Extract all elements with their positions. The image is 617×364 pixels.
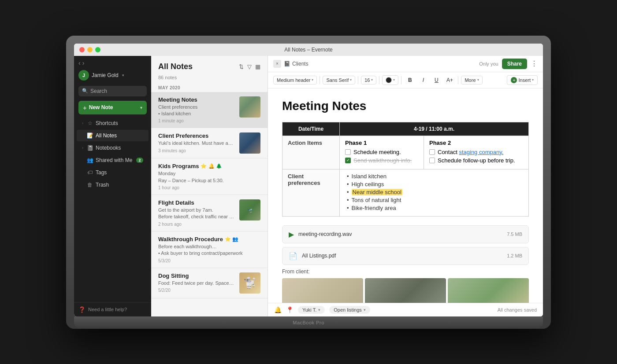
editor-content[interactable]: Meeting Notes Date/Time 4-19 / 11:00 a.m… bbox=[268, 88, 543, 303]
attachment-audio[interactable]: ▶ meeting-recording.wav 7.5 MB bbox=[282, 225, 529, 243]
notes-count: 86 notes bbox=[151, 75, 268, 83]
more-format-dropdown[interactable]: More ▾ bbox=[461, 76, 482, 85]
attachment-pdf[interactable]: 📄 All Listings.pdf 1.2 MB bbox=[282, 247, 529, 265]
italic-button[interactable]: I bbox=[417, 74, 429, 86]
note-time: 1 hour ago bbox=[158, 185, 260, 190]
filter-icon[interactable]: ▽ bbox=[247, 63, 252, 70]
font-dropdown[interactable]: Sans Serif ▾ bbox=[323, 76, 355, 85]
sidebar-item-notebooks[interactable]: › 📓 Notebooks bbox=[77, 142, 149, 154]
nav-back-button[interactable]: ‹ bbox=[78, 59, 81, 66]
insert-button[interactable]: + Insert ▾ bbox=[507, 75, 538, 85]
from-client-label: From client: bbox=[282, 268, 529, 275]
attachment-name: All Listings.pdf bbox=[302, 253, 502, 259]
notes-section-date: MAY 2020 bbox=[151, 83, 268, 92]
phase2-header: Phase 2 bbox=[429, 140, 523, 146]
sidebar-item-shared[interactable]: › 👥 Shared with Me 2 bbox=[77, 154, 149, 166]
user-profile[interactable]: J Jamie Gold ▾ bbox=[74, 68, 151, 84]
bell-icon[interactable]: 🔔 bbox=[274, 306, 282, 313]
font-size-dropdown[interactable]: 16 ▾ bbox=[361, 76, 376, 85]
new-note-button[interactable]: + New Note ▾ bbox=[78, 101, 147, 114]
note-time: 5/2/20 bbox=[158, 288, 235, 293]
checkbox[interactable] bbox=[429, 149, 435, 155]
share-button[interactable]: Share bbox=[502, 59, 527, 69]
search-bar[interactable]: 🔍 Search bbox=[78, 86, 147, 96]
note-title: Walkthrough Procedure ⭐ 👥 bbox=[158, 236, 260, 243]
more-options-icon[interactable]: ⋮ bbox=[531, 59, 538, 68]
minimize-button[interactable] bbox=[87, 47, 93, 52]
format-divider bbox=[379, 76, 379, 84]
header-style-dropdown[interactable]: Medium header ▾ bbox=[273, 76, 317, 85]
notes-list-title: All Notes bbox=[158, 62, 193, 71]
checkbox-item: Contact staging company. bbox=[429, 149, 523, 155]
note-title: Kids Programs ⭐ 🔔 🌲 bbox=[158, 163, 260, 169]
close-editor-button[interactable]: × bbox=[273, 60, 281, 68]
list-item[interactable]: Dog Sitting Food: Feed twice per day. Sp… bbox=[151, 268, 268, 298]
list-item[interactable]: Client Preferences Yuki's ideal kitchen.… bbox=[151, 128, 268, 158]
notebook-tag-chevron-icon: ▾ bbox=[364, 308, 366, 312]
sidebar-item-shortcuts[interactable]: › ☆ Shortcuts bbox=[77, 118, 149, 129]
user-tag-button[interactable]: Yuki T. ▾ bbox=[298, 306, 325, 314]
pdf-icon: 📄 bbox=[289, 252, 297, 260]
bullet-list: • Island kitchen • High ceilings bbox=[345, 173, 523, 211]
help-button[interactable]: ❓ Need a little help? bbox=[78, 306, 147, 313]
note-title: Flight Details bbox=[158, 199, 235, 206]
format-divider bbox=[458, 76, 458, 84]
insert-plus-icon: + bbox=[511, 77, 517, 83]
notebook-tag-button[interactable]: Open listings ▾ bbox=[329, 306, 370, 314]
breadcrumb-notebook[interactable]: 📓 Clients bbox=[284, 61, 308, 67]
note-preview: Yuki's ideal kitchen. Must have an islan… bbox=[158, 140, 235, 147]
font-chevron-icon: ▾ bbox=[350, 78, 352, 82]
note-emojis: ⭐ 🔔 🌲 bbox=[201, 163, 222, 169]
list-item[interactable]: Kids Programs ⭐ 🔔 🌲 MondayRay – Dance – … bbox=[151, 158, 268, 195]
sidebar-notebooks-label: Notebooks bbox=[96, 145, 143, 151]
phase1-header: Phase 1 bbox=[345, 140, 418, 146]
note-emojis: ⭐ 👥 bbox=[225, 236, 238, 242]
sidebar-item-tags[interactable]: › 🏷 Tags bbox=[77, 167, 149, 178]
sidebar-item-trash[interactable]: › 🗑 Trash bbox=[77, 179, 149, 191]
search-label: Search bbox=[90, 88, 107, 94]
note-time: 5/3/20 bbox=[158, 258, 260, 263]
checkbox-checked[interactable] bbox=[345, 158, 351, 163]
maximize-button[interactable] bbox=[95, 47, 100, 52]
color-picker-dropdown[interactable]: ▾ bbox=[382, 75, 398, 85]
table-header-time: 4-19 / 11:00 a.m. bbox=[340, 122, 529, 136]
tag-icon: 🏷 bbox=[87, 169, 93, 176]
insert-chevron-icon: ▾ bbox=[532, 78, 534, 82]
sort-icon[interactable]: ⇅ bbox=[239, 63, 244, 70]
note-content: Client Preferences Yuki's ideal kitchen.… bbox=[158, 132, 235, 153]
text-size-button[interactable]: A+ bbox=[444, 74, 455, 86]
bullet-text: High ceilings bbox=[352, 181, 384, 188]
app-body: ‹ › J Jamie Gold ▾ 🔍 Search + New bbox=[74, 56, 543, 316]
checkbox[interactable] bbox=[429, 158, 435, 163]
user-dropdown-chevron-icon: ▾ bbox=[122, 73, 124, 77]
image-grid bbox=[282, 278, 529, 303]
table-cell-preferences: • Island kitchen • High ceilings bbox=[340, 169, 529, 216]
location-icon[interactable]: 📍 bbox=[286, 306, 294, 313]
nav-forward-button[interactable]: › bbox=[82, 59, 85, 66]
room-image-1 bbox=[282, 278, 363, 303]
close-button[interactable] bbox=[79, 47, 85, 52]
list-item[interactable]: Walkthrough Procedure ⭐ 👥 Before each wa… bbox=[151, 232, 268, 268]
sidebar-item-all-notes[interactable]: › 📝 All Notes bbox=[77, 130, 149, 141]
note-title: Dog Sitting bbox=[158, 272, 235, 279]
new-note-plus-icon: + bbox=[83, 104, 87, 111]
notes-icon: 📝 bbox=[87, 132, 93, 139]
bold-button[interactable]: B bbox=[404, 74, 416, 86]
format-divider bbox=[401, 76, 401, 84]
view-toggle-icon[interactable]: ▦ bbox=[255, 63, 260, 70]
insert-label: Insert bbox=[518, 77, 531, 83]
attachment-size: 7.5 MB bbox=[507, 232, 522, 237]
editor-top-toolbar: × 📓 Clients Only you Share ⋮ bbox=[268, 56, 543, 72]
bullet-item: • Island kitchen bbox=[347, 173, 523, 180]
note-title-heading[interactable]: Meeting Notes bbox=[282, 99, 529, 113]
new-note-chevron-icon: ▾ bbox=[140, 105, 142, 110]
underline-button[interactable]: U bbox=[431, 74, 442, 86]
list-item[interactable]: Meeting Notes Client preferences• Island… bbox=[151, 92, 268, 129]
notebook-name: Clients bbox=[292, 61, 308, 67]
notes-list: All Notes ⇅ ▽ ▦ 86 notes MAY 2020 Meetin bbox=[151, 56, 268, 316]
bullet-text: Island kitchen bbox=[352, 173, 387, 180]
bullet-text-highlighted: Near middle school bbox=[352, 189, 402, 195]
only-you-label: Only you bbox=[479, 61, 498, 66]
checkbox[interactable] bbox=[345, 149, 351, 155]
list-item[interactable]: Flight Details Get to the airport by 7am… bbox=[151, 195, 268, 232]
